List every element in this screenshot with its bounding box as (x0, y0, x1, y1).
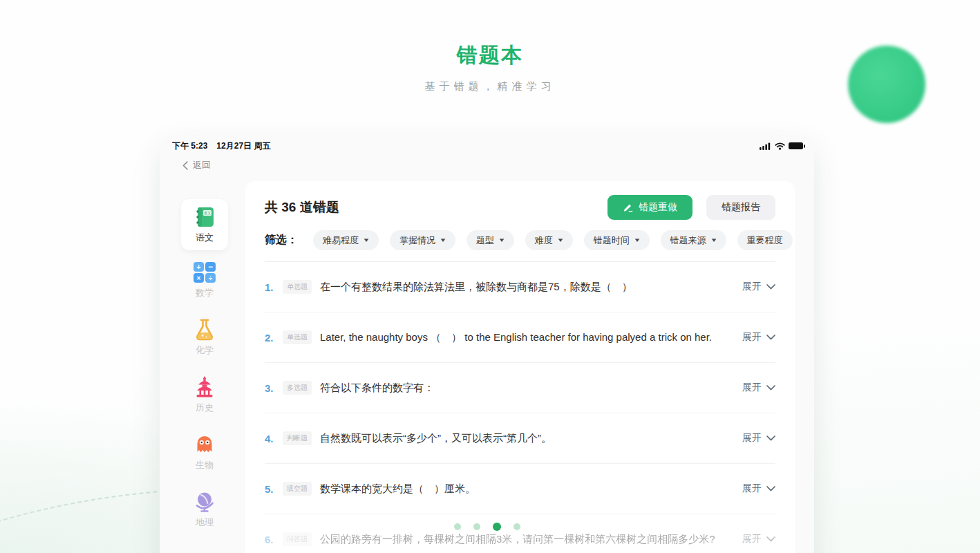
filter-pill-mastery[interactable]: 掌握情况 ▼ (390, 230, 455, 250)
question-row: 6. 问答题 公园的路旁有一排树，每棵树之间相隔3米，请问第一棵树和第六棵树之间… (265, 514, 775, 553)
question-number: 3. (265, 382, 283, 394)
chevron-down-icon (766, 536, 775, 542)
filter-pill-source[interactable]: 错题来源 ▼ (661, 230, 726, 250)
question-text: 符合以下条件的数字有： (320, 382, 434, 395)
svg-text:语文: 语文 (203, 211, 212, 215)
question-number: 2. (265, 332, 283, 344)
question-row: 4. 判断题 自然数既可以表示“多少个”，又可以表示“第几个”。 展开 (265, 413, 775, 464)
expand-button[interactable]: 展开 (731, 533, 775, 545)
question-row: 3. 多选题 符合以下条件的数字有： 展开 (265, 363, 775, 413)
sidebar-item-history[interactable]: 历史 (181, 375, 228, 414)
filter-pill-importance[interactable]: 重要程度 (737, 230, 793, 250)
chemistry-flask-icon (192, 317, 217, 342)
question-number: 5. (265, 483, 283, 495)
chevron-left-icon (182, 161, 188, 170)
filter-pill-label: 错题时间 (594, 234, 630, 247)
question-text: 在一个有整数结果的除法算法里，被除数与商都是75，除数是（ ） (320, 281, 632, 294)
pagination-dot-active[interactable] (493, 523, 501, 531)
pagination-dot[interactable] (454, 523, 461, 530)
filter-pill-label: 难度 (535, 234, 553, 247)
question-text: 数学课本的宽大约是（ ）厘米。 (320, 482, 475, 496)
status-bar: 下午 5:23 12月27日 周五 (172, 140, 803, 151)
sidebar-item-geography[interactable]: 地理 (181, 489, 228, 529)
sidebar-item-math[interactable]: + − × ÷ 数学 (181, 260, 228, 299)
filter-pill-label: 难易程度 (323, 234, 359, 247)
filter-pill-label: 掌握情况 (399, 234, 435, 247)
expand-button[interactable]: 展开 (731, 432, 775, 444)
question-row: 2. 单选题 Later, the naughty boys （ ） to th… (265, 312, 775, 363)
filter-row: 筛选： 难易程度 ▼ 掌握情况 ▼ 题型 ▼ 难度 ▼ 错题时间 ▼ (265, 230, 775, 250)
caret-down-icon: ▼ (362, 237, 370, 243)
caret-down-icon: ▼ (633, 237, 641, 243)
page-title: 错题本 (0, 41, 980, 70)
sidebar-item-label: 地理 (196, 516, 214, 529)
sidebar-item-chemistry[interactable]: 化学 (181, 317, 228, 357)
wrong-questions-panel: 共 36 道错题 错题重做 错题报告 筛选： 难易程度 ▼ 掌握情况 ▼ (245, 181, 795, 553)
wifi-icon (775, 142, 785, 150)
filter-pill-label: 题型 (476, 234, 494, 247)
caret-down-icon: ▼ (556, 237, 564, 243)
expand-label: 展开 (742, 382, 762, 394)
sidebar-item-label: 语文 (196, 232, 214, 244)
panel-header: 共 36 道错题 错题重做 错题报告 (265, 195, 775, 220)
expand-button[interactable]: 展开 (731, 382, 775, 394)
filter-pill-question-type[interactable]: 题型 ▼ (467, 230, 514, 250)
expand-button[interactable]: 展开 (731, 331, 775, 344)
sidebar-item-biology[interactable]: 生物 (181, 432, 228, 471)
back-label: 返回 (193, 159, 211, 171)
redo-questions-button[interactable]: 错题重做 (607, 195, 692, 220)
svg-text:+: + (196, 263, 200, 271)
report-button-label: 错题报告 (722, 201, 760, 214)
filter-pill-time[interactable]: 错题时间 ▼ (584, 230, 650, 250)
redo-button-label: 错题重做 (639, 201, 677, 214)
chevron-down-icon (766, 284, 775, 290)
filter-pill-difficulty[interactable]: 难度 ▼ (525, 230, 573, 250)
question-type-tag: 填空题 (283, 482, 312, 496)
question-text: 公园的路旁有一排树，每棵树之间相隔3米，请问第一棵树和第六棵树之间相隔多少米? (320, 533, 715, 546)
expand-button[interactable]: 展开 (731, 482, 775, 495)
filter-label: 筛选： (265, 233, 298, 247)
history-pagoda-icon (192, 375, 217, 400)
question-type-tag: 问答题 (283, 532, 312, 546)
question-number: 1. (265, 281, 283, 293)
pagination-dot[interactable] (473, 523, 480, 530)
expand-label: 展开 (742, 281, 762, 293)
question-type-tag: 单选题 (283, 280, 312, 294)
chevron-down-icon (766, 385, 775, 391)
chevron-down-icon (766, 486, 775, 491)
battery-icon (789, 142, 803, 149)
question-text: Later, the naughty boys （ ） to the Engli… (320, 331, 712, 344)
tablet-frame: 下午 5:23 12月27日 周五 返回 (160, 135, 814, 553)
expand-label: 展开 (742, 533, 762, 545)
sidebar-item-label: 历史 (196, 402, 214, 414)
caret-down-icon: ▼ (498, 237, 505, 243)
page-subtitle: 基于错题，精准学习 (0, 80, 980, 93)
signal-bars-icon (760, 142, 771, 150)
expand-label: 展开 (742, 331, 762, 344)
question-type-tag: 单选题 (283, 330, 312, 344)
sidebar-item-label: 数学 (196, 287, 214, 299)
question-number: 4. (265, 433, 283, 444)
expand-label: 展开 (742, 482, 762, 495)
question-count: 共 36 道错题 (265, 198, 339, 216)
svg-text:−: − (208, 262, 213, 272)
sidebar-item-chinese[interactable]: 语文 语文 (181, 199, 228, 250)
sidebar-item-label: 生物 (196, 459, 214, 471)
question-row: 5. 填空题 数学课本的宽大约是（ ）厘米。 展开 (265, 464, 775, 514)
report-button[interactable]: 错题报告 (706, 195, 775, 220)
status-time: 下午 5:23 (172, 140, 207, 152)
decorative-green-circle (848, 46, 925, 123)
back-button[interactable]: 返回 (182, 159, 211, 171)
sidebar-item-label: 化学 (196, 344, 214, 357)
pagination-dot[interactable] (513, 523, 520, 530)
caret-down-icon: ▼ (710, 237, 717, 243)
filter-pill-difficulty-level[interactable]: 难易程度 ▼ (313, 230, 379, 250)
filter-pill-label: 重要程度 (747, 234, 783, 247)
expand-button[interactable]: 展开 (731, 281, 775, 293)
geography-globe-icon (192, 489, 217, 514)
svg-text:÷: ÷ (209, 274, 213, 282)
pagination-dots (454, 523, 520, 531)
question-type-tag: 判断题 (283, 431, 312, 445)
chevron-down-icon (766, 435, 775, 441)
status-date: 12月27日 周五 (216, 140, 270, 152)
